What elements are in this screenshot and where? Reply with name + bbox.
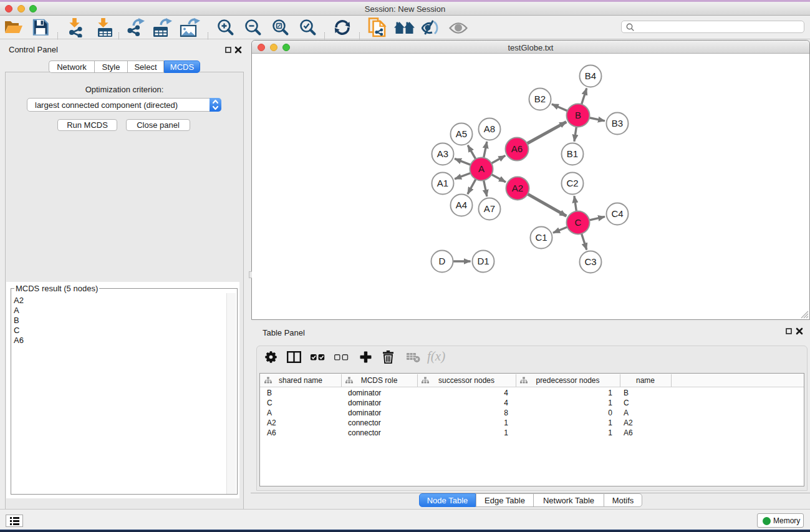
svg-text:B1: B1 [567, 148, 578, 159]
svg-text:A6: A6 [511, 143, 523, 154]
svg-text:A3: A3 [437, 148, 448, 159]
svg-text:A5: A5 [456, 128, 467, 139]
svg-text:C3: C3 [584, 256, 596, 267]
svg-text:A2: A2 [512, 183, 523, 193]
svg-text:C: C [575, 217, 582, 228]
svg-text:C4: C4 [611, 208, 623, 219]
svg-text:C1: C1 [535, 232, 547, 243]
svg-text:B3: B3 [612, 118, 623, 128]
svg-text:C2: C2 [566, 178, 578, 188]
svg-text:B: B [575, 110, 581, 120]
svg-text:A8: A8 [484, 123, 495, 134]
svg-text:B4: B4 [585, 70, 596, 81]
svg-text:B2: B2 [534, 94, 546, 104]
svg-text:A: A [478, 163, 485, 174]
svg-text:D: D [439, 256, 446, 266]
svg-text:A1: A1 [437, 178, 448, 188]
svg-text:A4: A4 [456, 200, 467, 210]
svg-text:A7: A7 [484, 203, 495, 214]
svg-text:D1: D1 [477, 256, 489, 266]
